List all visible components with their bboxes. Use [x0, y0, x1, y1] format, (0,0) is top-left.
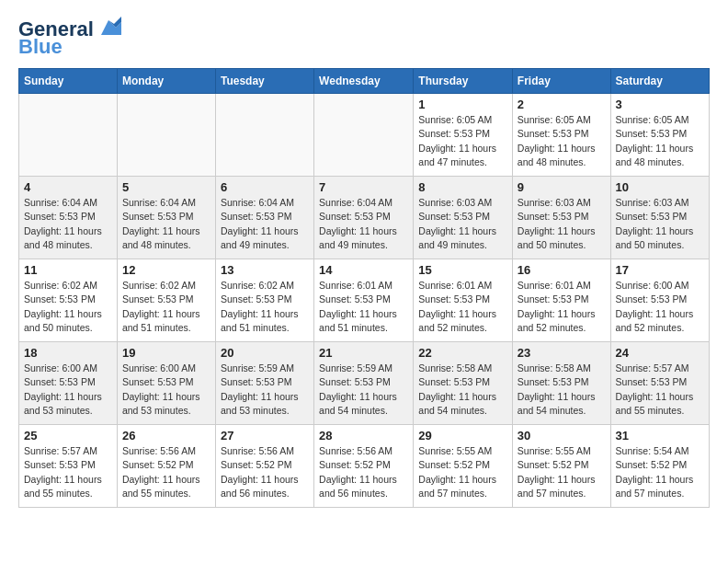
- calendar-cell: 17Sunrise: 6:00 AM Sunset: 5:53 PM Dayli…: [610, 259, 709, 342]
- calendar-cell: [314, 94, 414, 177]
- weekday-header-saturday: Saturday: [610, 69, 709, 94]
- calendar-cell: 3Sunrise: 6:05 AM Sunset: 5:53 PM Daylig…: [610, 94, 709, 177]
- weekday-header-thursday: Thursday: [414, 69, 513, 94]
- day-number: 9: [518, 180, 606, 194]
- day-number: 23: [518, 346, 606, 360]
- calendar-cell: 10Sunrise: 6:03 AM Sunset: 5:53 PM Dayli…: [610, 177, 709, 259]
- day-info: Sunrise: 6:02 AM Sunset: 5:53 PM Dayligh…: [24, 279, 112, 335]
- day-number: 20: [221, 346, 309, 360]
- day-info: Sunrise: 6:05 AM Sunset: 5:53 PM Dayligh…: [418, 113, 507, 169]
- day-number: 2: [518, 98, 606, 111]
- day-number: 1: [418, 98, 507, 111]
- weekday-header-sunday: Sunday: [19, 69, 118, 94]
- day-number: 19: [122, 346, 210, 360]
- calendar-cell: 9Sunrise: 6:03 AM Sunset: 5:53 PM Daylig…: [512, 177, 610, 259]
- logo-icon: [96, 15, 121, 40]
- day-info: Sunrise: 6:03 AM Sunset: 5:53 PM Dayligh…: [616, 196, 704, 252]
- day-number: 16: [518, 263, 606, 277]
- calendar-cell: 24Sunrise: 5:57 AM Sunset: 5:53 PM Dayli…: [610, 342, 709, 425]
- weekday-header-friday: Friday: [512, 69, 610, 94]
- calendar-cell: 15Sunrise: 6:01 AM Sunset: 5:53 PM Dayli…: [414, 259, 513, 342]
- day-number: 24: [616, 346, 704, 360]
- calendar-cell: 22Sunrise: 5:58 AM Sunset: 5:53 PM Dayli…: [414, 342, 513, 425]
- calendar-cell: 7Sunrise: 6:04 AM Sunset: 5:53 PM Daylig…: [314, 177, 414, 259]
- calendar-cell: 26Sunrise: 5:56 AM Sunset: 5:52 PM Dayli…: [117, 425, 215, 508]
- day-info: Sunrise: 5:56 AM Sunset: 5:52 PM Dayligh…: [221, 444, 309, 500]
- day-number: 26: [122, 429, 210, 442]
- day-number: 10: [616, 180, 704, 194]
- day-number: 18: [24, 346, 112, 360]
- calendar-cell: 1Sunrise: 6:05 AM Sunset: 5:53 PM Daylig…: [414, 94, 513, 177]
- calendar-cell: 14Sunrise: 6:01 AM Sunset: 5:53 PM Dayli…: [314, 259, 414, 342]
- day-info: Sunrise: 5:59 AM Sunset: 5:53 PM Dayligh…: [319, 362, 408, 418]
- week-row-4: 18Sunrise: 6:00 AM Sunset: 5:53 PM Dayli…: [19, 342, 710, 425]
- day-number: 5: [122, 180, 210, 194]
- weekday-header-tuesday: Tuesday: [215, 69, 313, 94]
- calendar-cell: 27Sunrise: 5:56 AM Sunset: 5:52 PM Dayli…: [215, 425, 313, 508]
- calendar-cell: 6Sunrise: 6:04 AM Sunset: 5:53 PM Daylig…: [215, 177, 313, 259]
- calendar-cell: 4Sunrise: 6:04 AM Sunset: 5:53 PM Daylig…: [19, 177, 118, 259]
- day-number: 6: [221, 180, 309, 194]
- day-info: Sunrise: 5:55 AM Sunset: 5:52 PM Dayligh…: [518, 444, 606, 500]
- calendar-cell: [19, 94, 118, 177]
- calendar-cell: 2Sunrise: 6:05 AM Sunset: 5:53 PM Daylig…: [512, 94, 610, 177]
- day-info: Sunrise: 6:04 AM Sunset: 5:53 PM Dayligh…: [24, 196, 112, 252]
- calendar-cell: 12Sunrise: 6:02 AM Sunset: 5:53 PM Dayli…: [117, 259, 215, 342]
- day-number: 31: [616, 429, 704, 442]
- day-info: Sunrise: 5:58 AM Sunset: 5:53 PM Dayligh…: [418, 362, 507, 418]
- week-row-5: 25Sunrise: 5:57 AM Sunset: 5:53 PM Dayli…: [19, 425, 710, 508]
- day-number: 25: [24, 429, 112, 442]
- day-number: 13: [221, 263, 309, 277]
- day-number: 12: [122, 263, 210, 277]
- day-info: Sunrise: 5:57 AM Sunset: 5:53 PM Dayligh…: [24, 444, 112, 500]
- day-info: Sunrise: 5:54 AM Sunset: 5:52 PM Dayligh…: [616, 444, 704, 500]
- day-info: Sunrise: 6:00 AM Sunset: 5:53 PM Dayligh…: [24, 362, 112, 418]
- day-info: Sunrise: 6:05 AM Sunset: 5:53 PM Dayligh…: [518, 113, 606, 169]
- weekday-header-wednesday: Wednesday: [314, 69, 414, 94]
- calendar-cell: 21Sunrise: 5:59 AM Sunset: 5:53 PM Dayli…: [314, 342, 414, 425]
- calendar-cell: 29Sunrise: 5:55 AM Sunset: 5:52 PM Dayli…: [414, 425, 513, 508]
- day-number: 3: [616, 98, 704, 111]
- day-info: Sunrise: 6:01 AM Sunset: 5:53 PM Dayligh…: [319, 279, 408, 335]
- day-info: Sunrise: 6:02 AM Sunset: 5:53 PM Dayligh…: [122, 279, 210, 335]
- calendar-cell: 11Sunrise: 6:02 AM Sunset: 5:53 PM Dayli…: [19, 259, 118, 342]
- calendar-cell: 19Sunrise: 6:00 AM Sunset: 5:53 PM Dayli…: [117, 342, 215, 425]
- day-info: Sunrise: 6:04 AM Sunset: 5:53 PM Dayligh…: [319, 196, 408, 252]
- day-info: Sunrise: 5:58 AM Sunset: 5:53 PM Dayligh…: [518, 362, 606, 418]
- day-info: Sunrise: 6:01 AM Sunset: 5:53 PM Dayligh…: [518, 279, 606, 335]
- logo: General Blue: [18, 18, 121, 59]
- calendar-cell: 5Sunrise: 6:04 AM Sunset: 5:53 PM Daylig…: [117, 177, 215, 259]
- day-info: Sunrise: 5:55 AM Sunset: 5:52 PM Dayligh…: [418, 444, 507, 500]
- calendar-cell: 18Sunrise: 6:00 AM Sunset: 5:53 PM Dayli…: [19, 342, 118, 425]
- day-info: Sunrise: 6:04 AM Sunset: 5:53 PM Dayligh…: [221, 196, 309, 252]
- calendar-table: SundayMondayTuesdayWednesdayThursdayFrid…: [18, 68, 710, 508]
- day-number: 17: [616, 263, 704, 277]
- day-info: Sunrise: 6:02 AM Sunset: 5:53 PM Dayligh…: [221, 279, 309, 335]
- day-number: 21: [319, 346, 408, 360]
- page-header: General Blue: [18, 18, 710, 59]
- day-number: 22: [418, 346, 507, 360]
- calendar-cell: 8Sunrise: 6:03 AM Sunset: 5:53 PM Daylig…: [414, 177, 513, 259]
- day-number: 7: [319, 180, 408, 194]
- day-number: 8: [418, 180, 507, 194]
- calendar-cell: 25Sunrise: 5:57 AM Sunset: 5:53 PM Dayli…: [19, 425, 118, 508]
- day-number: 28: [319, 429, 408, 442]
- calendar-cell: 13Sunrise: 6:02 AM Sunset: 5:53 PM Dayli…: [215, 259, 313, 342]
- day-info: Sunrise: 6:00 AM Sunset: 5:53 PM Dayligh…: [616, 279, 704, 335]
- day-number: 30: [518, 429, 606, 442]
- calendar-cell: 20Sunrise: 5:59 AM Sunset: 5:53 PM Dayli…: [215, 342, 313, 425]
- day-number: 14: [319, 263, 408, 277]
- calendar-cell: 28Sunrise: 5:56 AM Sunset: 5:52 PM Dayli…: [314, 425, 414, 508]
- calendar-cell: 16Sunrise: 6:01 AM Sunset: 5:53 PM Dayli…: [512, 259, 610, 342]
- week-row-1: 1Sunrise: 6:05 AM Sunset: 5:53 PM Daylig…: [19, 94, 710, 177]
- day-number: 4: [24, 180, 112, 194]
- day-number: 15: [418, 263, 507, 277]
- week-row-3: 11Sunrise: 6:02 AM Sunset: 5:53 PM Dayli…: [19, 259, 710, 342]
- day-info: Sunrise: 5:57 AM Sunset: 5:53 PM Dayligh…: [616, 362, 704, 418]
- day-info: Sunrise: 5:59 AM Sunset: 5:53 PM Dayligh…: [221, 362, 309, 418]
- day-info: Sunrise: 6:03 AM Sunset: 5:53 PM Dayligh…: [418, 196, 507, 252]
- weekday-header-monday: Monday: [117, 69, 215, 94]
- calendar-cell: 31Sunrise: 5:54 AM Sunset: 5:52 PM Dayli…: [610, 425, 709, 508]
- calendar-cell: 23Sunrise: 5:58 AM Sunset: 5:53 PM Dayli…: [512, 342, 610, 425]
- day-info: Sunrise: 5:56 AM Sunset: 5:52 PM Dayligh…: [122, 444, 210, 500]
